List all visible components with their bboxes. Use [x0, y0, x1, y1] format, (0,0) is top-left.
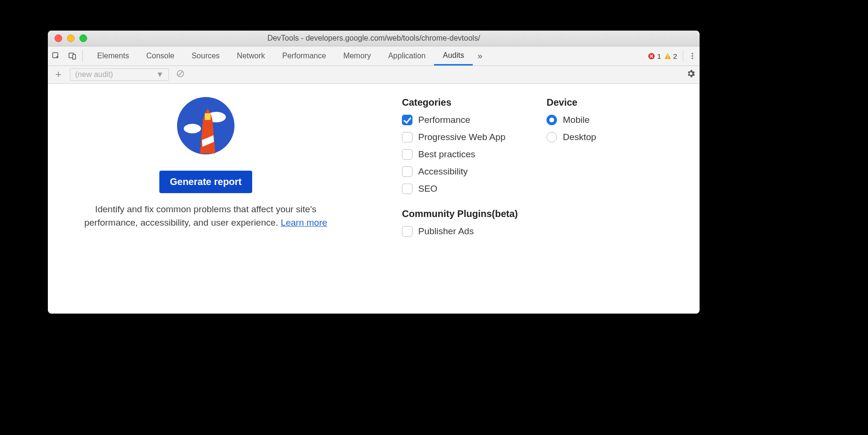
- svg-rect-2: [73, 54, 76, 59]
- device-heading: Device: [546, 97, 596, 108]
- tabs: Elements Console Sources Network Perform…: [85, 46, 487, 65]
- tab-memory[interactable]: Memory: [334, 46, 379, 65]
- error-count[interactable]: 1: [648, 52, 661, 60]
- divider: [683, 50, 683, 62]
- titlebar: DevTools - developers.google.com/web/too…: [48, 31, 700, 46]
- settings-icon[interactable]: [686, 69, 696, 80]
- lighthouse-icon: [177, 97, 234, 154]
- close-window-button[interactable]: [55, 34, 62, 42]
- generate-report-button[interactable]: Generate report: [159, 171, 252, 193]
- tabstrip: Elements Console Sources Network Perform…: [48, 46, 700, 66]
- divider: [82, 50, 83, 62]
- svg-rect-5: [667, 57, 668, 58]
- radio-icon[interactable]: [546, 115, 557, 125]
- svg-rect-4: [667, 54, 668, 57]
- device-section: Device Mobile Desktop: [546, 97, 596, 304]
- audits-toolbar: + (new audit) ▼: [48, 66, 700, 84]
- device-desktop[interactable]: Desktop: [546, 132, 596, 142]
- checkbox-icon[interactable]: [402, 115, 412, 125]
- category-accessibility[interactable]: Accessibility: [402, 166, 518, 177]
- tab-elements[interactable]: Elements: [89, 46, 138, 65]
- kebab-menu-icon[interactable]: [685, 52, 700, 60]
- device-toggle-icon[interactable]: [64, 46, 80, 65]
- tab-console[interactable]: Console: [138, 46, 183, 65]
- minimize-window-button[interactable]: [67, 34, 75, 42]
- devtools-window: DevTools - developers.google.com/web/too…: [48, 31, 700, 314]
- checkbox-icon[interactable]: [402, 184, 412, 194]
- checkbox-icon[interactable]: [402, 149, 412, 160]
- category-seo[interactable]: SEO: [402, 184, 518, 194]
- options-column: Categories Performance Progressive Web A…: [354, 97, 690, 304]
- radio-icon[interactable]: [546, 132, 557, 142]
- tab-audits[interactable]: Audits: [434, 46, 472, 65]
- checkbox-icon[interactable]: [402, 132, 412, 142]
- tab-network[interactable]: Network: [228, 46, 274, 65]
- tab-performance[interactable]: Performance: [274, 46, 335, 65]
- zoom-window-button[interactable]: [79, 34, 87, 42]
- checkbox-icon[interactable]: [402, 226, 412, 237]
- categories-section: Categories Performance Progressive Web A…: [402, 97, 518, 194]
- audit-select[interactable]: (new audit) ▼: [70, 68, 169, 81]
- plugins-heading: Community Plugins(beta): [402, 208, 518, 219]
- audits-panel: Generate report Identify and fix common …: [48, 84, 700, 314]
- issue-counts[interactable]: 1 2: [644, 52, 681, 60]
- tab-application[interactable]: Application: [379, 46, 434, 65]
- inspect-icon[interactable]: [48, 46, 64, 65]
- svg-point-8: [691, 57, 693, 59]
- categories-heading: Categories: [402, 97, 518, 108]
- window-title: DevTools - developers.google.com/web/too…: [48, 34, 700, 43]
- category-performance[interactable]: Performance: [402, 115, 518, 125]
- device-mobile[interactable]: Mobile: [546, 115, 596, 125]
- intro-description: Identify and fix common problems that af…: [81, 203, 330, 229]
- clear-icon[interactable]: [172, 69, 185, 80]
- category-pwa[interactable]: Progressive Web App: [402, 132, 518, 142]
- audit-select-label: (new audit): [75, 70, 113, 79]
- category-best-practices[interactable]: Best practices: [402, 149, 518, 160]
- intro-column: Generate report Identify and fix common …: [57, 97, 354, 304]
- more-tabs-icon[interactable]: »: [473, 51, 487, 61]
- plugin-publisher-ads[interactable]: Publisher Ads: [402, 226, 518, 237]
- window-controls: [48, 34, 87, 42]
- learn-more-link[interactable]: Learn more: [281, 218, 327, 228]
- chevron-down-icon: ▼: [156, 70, 164, 79]
- svg-point-7: [691, 55, 693, 56]
- new-audit-button[interactable]: +: [53, 68, 64, 81]
- plugins-section: Community Plugins(beta) Publisher Ads: [402, 208, 518, 237]
- svg-point-12: [184, 124, 201, 133]
- tab-sources[interactable]: Sources: [183, 46, 228, 65]
- checkbox-icon[interactable]: [402, 166, 412, 177]
- svg-rect-13: [205, 113, 211, 120]
- svg-point-6: [691, 53, 693, 54]
- warning-count[interactable]: 2: [664, 52, 677, 60]
